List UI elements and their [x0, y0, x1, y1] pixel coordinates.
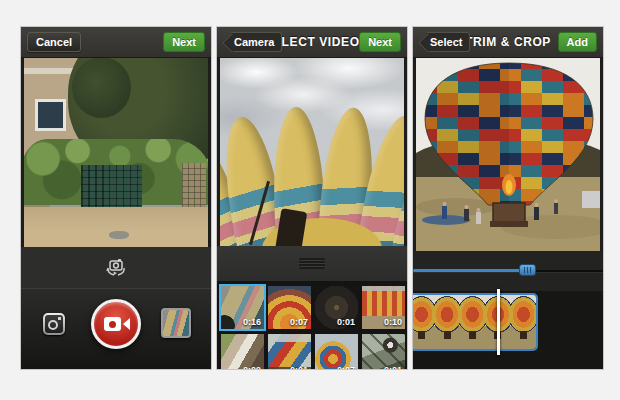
- camera-controls-strip: [21, 247, 211, 288]
- video-thumbnail[interactable]: 0:01: [362, 334, 405, 370]
- video-thumbnail[interactable]: 0:07: [268, 286, 311, 329]
- video-thumbnail[interactable]: 0:10: [362, 286, 405, 329]
- video-thumbnail[interactable]: 0:01: [268, 334, 311, 370]
- hot-air-balloon-scene: [416, 57, 600, 251]
- video-duration: 0:10: [384, 317, 402, 327]
- building-window: [35, 99, 66, 131]
- playhead[interactable]: [497, 289, 500, 355]
- video-duration: 0:09: [243, 365, 261, 370]
- video-duration: 0:01: [290, 365, 308, 370]
- next-button[interactable]: Next: [359, 32, 401, 52]
- camera-preview: [24, 57, 208, 247]
- capture-top-bar: Cancel Next: [21, 27, 211, 58]
- add-button[interactable]: Add: [558, 32, 597, 52]
- scrubber-progress: [413, 269, 525, 272]
- capture-toolbar: [21, 288, 211, 369]
- video-duration: 0:16: [243, 317, 261, 327]
- sandy-ground: [24, 207, 208, 247]
- instagram-library-icon[interactable]: [43, 313, 65, 335]
- video-thumbnail[interactable]: 0:07: [315, 334, 358, 370]
- camera-back-label: Camera: [234, 36, 274, 48]
- screen-trim-crop: Select TRIM & CROP Add: [412, 26, 604, 370]
- next-button[interactable]: Next: [163, 32, 205, 52]
- gallery-thumbnail[interactable]: [161, 308, 191, 338]
- camera-flip-icon[interactable]: [104, 258, 128, 277]
- drawer-bar[interactable]: [217, 246, 407, 281]
- trim-selection[interactable]: [412, 293, 538, 351]
- filmstrip-frame: [434, 295, 459, 349]
- drag-handle-icon: [299, 258, 325, 269]
- video-camera-icon: [104, 317, 121, 331]
- screen-camera-capture: Cancel Next: [20, 26, 212, 370]
- screen-select-video: Camera SELECT VIDEO Next 0:16 0:07: [216, 26, 408, 370]
- video-duration: 0:07: [337, 365, 355, 370]
- select-top-bar: Camera SELECT VIDEO Next: [217, 27, 407, 58]
- filmstrip-frame: [536, 295, 538, 349]
- video-duration: 0:07: [290, 317, 308, 327]
- video-duration: 0:01: [384, 365, 402, 370]
- trim-top-bar: Select TRIM & CROP Add: [413, 27, 603, 58]
- screenshot-canvas: Cancel Next: [0, 0, 620, 400]
- video-thumbnail[interactable]: 0:01: [315, 286, 358, 329]
- trim-preview: [416, 57, 600, 251]
- video-thumbnail[interactable]: 0:09: [221, 334, 264, 370]
- balloon-basket-silhouette: [275, 208, 308, 246]
- filmstrip-frame: [511, 295, 536, 349]
- camera-back-button[interactable]: Camera: [231, 32, 282, 52]
- record-button[interactable]: [91, 299, 141, 349]
- video-thumbnail-selected[interactable]: 0:16: [221, 286, 264, 329]
- select-back-button[interactable]: Select: [427, 32, 470, 52]
- trim-controls: [413, 251, 603, 369]
- filmstrip-frame: [412, 295, 434, 349]
- filmstrip-frame: [460, 295, 485, 349]
- video-duration: 0:01: [337, 317, 355, 327]
- select-back-label: Select: [430, 36, 462, 48]
- cancel-button[interactable]: Cancel: [27, 32, 81, 52]
- video-grid: 0:16 0:07 0:01 0:10 0:09 0:01 0:07 0:01: [217, 281, 407, 369]
- video-preview: [220, 57, 404, 246]
- stones: [109, 231, 129, 240]
- scrubber-handle-icon[interactable]: [519, 264, 536, 276]
- tree: [72, 57, 131, 118]
